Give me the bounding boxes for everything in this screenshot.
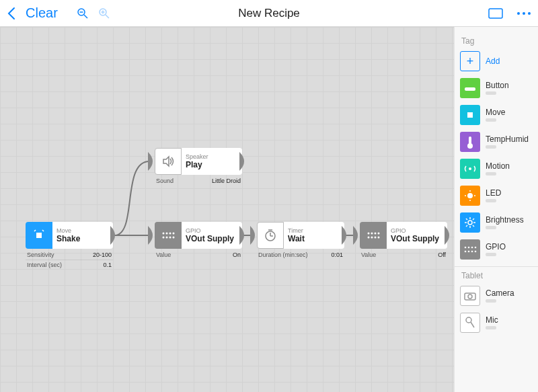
param-row[interactable]: ValueOn <box>155 250 242 260</box>
svg-point-14 <box>169 233 171 235</box>
svg-point-36 <box>469 167 471 170</box>
connector-out-icon[interactable] <box>239 226 249 245</box>
gpio-icon <box>460 239 480 260</box>
add-tag-button[interactable]: + Add <box>460 51 533 71</box>
svg-point-17 <box>166 237 168 239</box>
node-type-label: GPIO <box>186 228 238 234</box>
gpio-icon <box>155 222 182 249</box>
svg-rect-33 <box>467 112 473 118</box>
toolbar: Clear New Recipe <box>0 0 538 27</box>
node-type-label: Move <box>56 228 109 234</box>
svg-line-2 <box>84 15 87 18</box>
palette-item-camera[interactable]: Camera <box>460 286 533 306</box>
connector-out-icon[interactable] <box>239 152 249 171</box>
palette-item-button[interactable]: Button <box>460 78 533 98</box>
svg-point-35 <box>467 143 473 149</box>
param-row[interactable]: Sensitivity20-100 <box>26 250 113 260</box>
node-gpio-off[interactable]: GPIO VOut Supply ValueOff <box>360 222 447 260</box>
back-button[interactable] <box>7 7 16 20</box>
node-type-label: Timer <box>288 228 340 234</box>
svg-point-9 <box>523 12 525 15</box>
camera-icon <box>460 286 480 306</box>
svg-line-48 <box>473 225 474 227</box>
svg-point-8 <box>517 12 520 15</box>
svg-point-60 <box>468 295 472 299</box>
svg-point-15 <box>173 233 175 235</box>
section-title-tablet: Tablet <box>461 271 533 280</box>
svg-point-18 <box>169 237 171 239</box>
connector-out-icon[interactable] <box>342 226 351 245</box>
page-title: New Recipe <box>238 7 300 20</box>
move-icon <box>460 105 480 125</box>
zoom-out-button[interactable] <box>77 7 89 19</box>
more-button[interactable] <box>516 11 531 15</box>
canvas[interactable]: Move Shake Sensitivity20-100 Interval (s… <box>0 27 454 392</box>
led-icon <box>460 186 480 206</box>
palette-item-temphumid[interactable]: TempHumid <box>460 132 533 152</box>
svg-point-25 <box>371 233 373 235</box>
palette-item-led[interactable]: LED <box>460 186 533 206</box>
clear-button[interactable]: Clear <box>26 5 58 21</box>
svg-point-57 <box>471 251 473 253</box>
palette-item-motion[interactable]: Motion <box>460 159 533 179</box>
node-shake[interactable]: Move Shake Sensitivity20-100 Interval (s… <box>26 222 113 270</box>
section-title-tag: Tag <box>461 36 533 46</box>
svg-point-19 <box>173 237 175 239</box>
motion-icon <box>460 159 480 179</box>
svg-line-49 <box>473 219 474 220</box>
connector-in-icon[interactable] <box>148 152 157 171</box>
node-name-label: Wait <box>288 234 340 243</box>
node-name-label: VOut Supply <box>391 234 443 243</box>
svg-point-16 <box>163 237 165 239</box>
plus-icon: + <box>460 51 480 71</box>
param-row[interactable]: Interval (sec)0.1 <box>26 260 113 270</box>
svg-point-13 <box>166 233 168 235</box>
connector-in-icon[interactable] <box>353 226 362 245</box>
speaker-icon <box>155 148 182 175</box>
palette-item-brightness[interactable]: Brightness <box>460 212 533 233</box>
palette-item-gpio[interactable]: GPIO <box>460 239 533 260</box>
zoom-in-button[interactable] <box>98 7 110 19</box>
svg-point-37 <box>467 193 473 198</box>
gpio-icon <box>360 222 387 249</box>
brightness-icon <box>460 212 480 233</box>
svg-point-56 <box>468 251 470 253</box>
palette-item-move[interactable]: Move <box>460 105 533 125</box>
svg-point-53 <box>471 247 473 249</box>
connector-in-icon[interactable] <box>250 226 260 245</box>
param-row[interactable]: Duration (min:sec)0:01 <box>257 250 344 260</box>
move-icon <box>26 222 52 249</box>
param-row[interactable]: ValueOff <box>360 250 447 260</box>
temp-icon <box>460 132 480 152</box>
svg-point-42 <box>468 221 472 225</box>
connector-out-icon[interactable] <box>110 226 120 245</box>
svg-point-30 <box>375 237 377 239</box>
connector-out-icon[interactable] <box>445 226 454 245</box>
svg-rect-32 <box>465 87 475 91</box>
connector-in-icon[interactable] <box>148 226 157 245</box>
palette-item-mic[interactable]: Mic <box>460 313 533 333</box>
wire-layer <box>0 27 454 392</box>
node-type-label: GPIO <box>391 228 443 234</box>
node-gpio-on[interactable]: GPIO VOut Supply ValueOn <box>155 222 242 260</box>
param-row[interactable]: SoundLittle Droid <box>155 176 242 186</box>
mic-icon <box>460 313 480 333</box>
tablet-icon[interactable] <box>488 8 503 19</box>
node-speaker[interactable]: Speaker Play SoundLittle Droid <box>155 148 242 186</box>
node-name-label: Play <box>186 160 238 169</box>
svg-point-51 <box>465 247 467 249</box>
svg-point-55 <box>465 251 467 253</box>
timer-icon <box>257 222 284 249</box>
node-timer[interactable]: Timer Wait Duration (min:sec)0:01 <box>257 222 344 260</box>
node-name-label: VOut Supply <box>186 234 238 243</box>
node-type-label: Speaker <box>186 154 238 160</box>
svg-point-58 <box>475 251 477 253</box>
svg-point-31 <box>378 237 380 239</box>
svg-point-12 <box>163 233 165 235</box>
svg-line-50 <box>466 225 467 227</box>
svg-line-62 <box>471 322 474 327</box>
svg-point-29 <box>371 237 373 239</box>
svg-point-26 <box>375 233 377 235</box>
svg-line-6 <box>106 15 109 18</box>
svg-rect-11 <box>36 233 42 238</box>
